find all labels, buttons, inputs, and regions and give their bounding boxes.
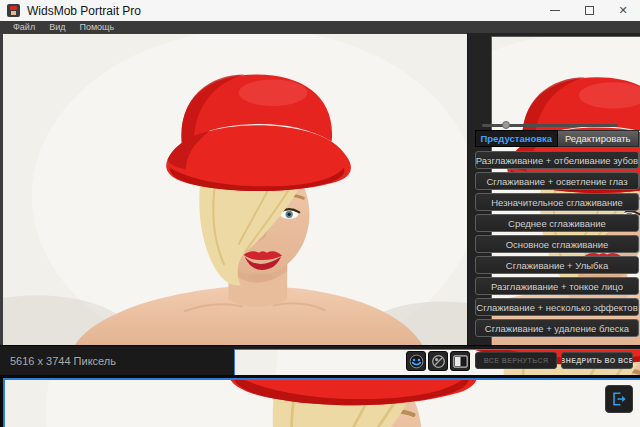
title-bar: WidsMob Portrait Pro ✕ — [0, 0, 640, 21]
close-icon: ✕ — [618, 5, 627, 16]
preset-button-smooth-brighten-eyes[interactable]: Сглаживание + осветление глаз — [475, 172, 639, 190]
tab-presets[interactable]: Предустановка — [475, 130, 558, 147]
export-button[interactable] — [605, 385, 633, 413]
close-button[interactable]: ✕ — [606, 0, 640, 21]
main-area: Предустановка Редактировать Разглаживани… — [0, 33, 640, 345]
photo-thumbnail-selected[interactable] — [3, 378, 640, 427]
app-window: WidsMob Portrait Pro ✕ Файл Вид Помощь — [0, 0, 640, 427]
menu-help[interactable]: Помощь — [79, 21, 114, 33]
maximize-button[interactable] — [572, 0, 606, 21]
smiley-face-icon — [409, 354, 424, 369]
menu-bar: Файл Вид Помощь — [0, 21, 640, 33]
preset-button-slight-smoothing[interactable]: Незначительное сглаживание — [475, 193, 639, 211]
menu-file[interactable]: Файл — [13, 21, 35, 33]
slider-handle[interactable] — [502, 121, 510, 129]
photo-workspace — [0, 33, 467, 345]
preset-button-smooth-whiten-teeth[interactable]: Разглаживание + отбеливание зубов — [475, 151, 639, 169]
preset-list: Разглаживание + отбеливание зубов Сглажи… — [475, 151, 639, 337]
portrait-photo — [3, 34, 470, 346]
maximize-icon — [585, 6, 594, 15]
menu-view[interactable]: Вид — [49, 21, 65, 33]
revert-all-button[interactable]: ВСЕ ВЕРНУТЬСЯ — [475, 352, 557, 369]
apply-to-all-button[interactable]: ВНЕДРИТЬ ВО ВСЕ — [561, 352, 633, 369]
split-view-icon — [453, 355, 468, 368]
tab-edit[interactable]: Редактировать — [558, 130, 640, 147]
preview-zoom-slider[interactable] — [482, 121, 618, 129]
window-title: WidsMob Portrait Pro — [27, 4, 141, 18]
preset-button-smooth-thin-face[interactable]: Разглаживание + тонкое лицо — [475, 277, 639, 295]
preset-button-smooth-multi-effects[interactable]: Сглаживание + несколько эффектов — [475, 298, 639, 316]
app-logo-icon — [7, 4, 20, 17]
film-strip — [0, 375, 640, 427]
preset-button-smooth-smile[interactable]: Сглаживание + Улыбка — [475, 256, 639, 274]
minimize-button[interactable] — [538, 0, 572, 21]
face-detect-button[interactable] — [406, 351, 426, 371]
export-icon — [612, 392, 627, 406]
image-dimensions: 5616 x 3744 Пиксель — [10, 346, 116, 376]
window-controls: ✕ — [538, 0, 640, 21]
panel-tabs: Предустановка Редактировать — [475, 130, 639, 147]
compare-circle-icon — [431, 354, 446, 369]
view-toggle-icons — [406, 346, 470, 376]
split-view-button[interactable] — [450, 351, 470, 371]
side-panel: Предустановка Редактировать Разглаживани… — [467, 33, 640, 345]
minimize-icon — [550, 10, 560, 11]
status-bar: 5616 x 3744 Пиксель — [0, 345, 640, 375]
compare-original-button[interactable] — [428, 351, 448, 371]
preset-button-basic-smoothing[interactable]: Основное сглаживание — [475, 235, 639, 253]
preset-button-smooth-deshine[interactable]: Сглаживание + удаление блеска — [475, 319, 639, 337]
preset-button-medium-smoothing[interactable]: Среднее сглаживание — [475, 214, 639, 232]
